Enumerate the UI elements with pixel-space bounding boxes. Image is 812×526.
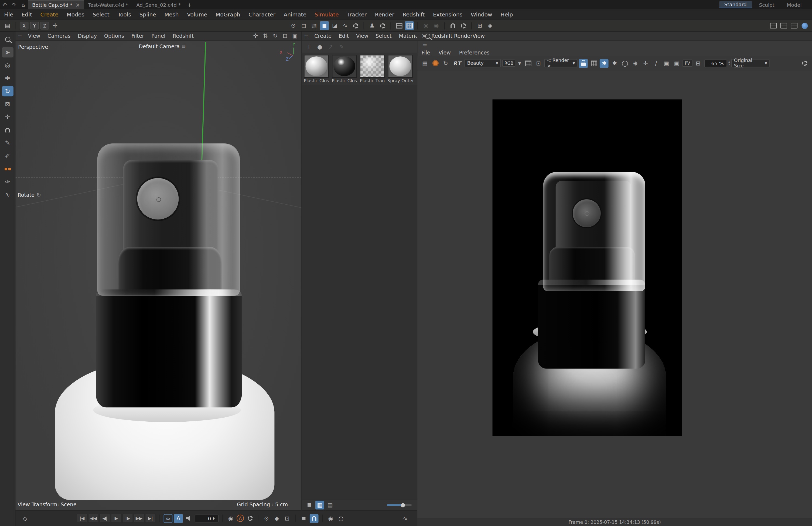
copy-page-icon[interactable]: ⊟ (694, 59, 703, 68)
material-item[interactable]: Plastic Glos (331, 55, 358, 84)
frame-view-icon[interactable]: ⊡ (280, 32, 289, 41)
menu-mesh[interactable]: Mesh (160, 11, 183, 17)
prev-frame-button[interactable]: ◀| (100, 514, 110, 523)
rv-menu-view[interactable]: View (434, 49, 455, 55)
rotate-tool[interactable]: ↻ (2, 86, 13, 96)
material-item[interactable]: Spray Outer (387, 55, 414, 84)
doc-tab-test-water[interactable]: Test-Water.c4d * (84, 0, 132, 10)
menu-create[interactable]: Create (36, 11, 62, 17)
record-button[interactable]: ◉ (226, 514, 235, 523)
region-circle-icon[interactable]: ◯ (621, 59, 629, 68)
menu-tracker[interactable]: Tracker (343, 11, 371, 17)
render-camera-dropdown[interactable]: < Render >▾ (545, 59, 578, 67)
vp-menu-options[interactable]: Options (101, 33, 128, 39)
menu-help[interactable]: Help (496, 11, 517, 17)
redshift-logo-icon[interactable] (800, 21, 809, 30)
list-view-icon[interactable]: ≣ (305, 501, 314, 510)
rt-mode-label[interactable]: RT (452, 60, 463, 66)
loop-playback-toggle[interactable]: ∞ (164, 514, 173, 523)
hamburger-icon[interactable]: ≡ (421, 40, 430, 49)
renderview-settings-icon[interactable] (800, 59, 809, 68)
menu-select[interactable]: Select (88, 11, 114, 17)
sample-picker-icon[interactable]: ✛ (641, 59, 650, 68)
renderview-canvas[interactable] (417, 70, 812, 517)
layout-pane-icon[interactable] (779, 21, 788, 30)
snapshot-image-icon[interactable]: ▣ (662, 59, 671, 68)
snap-tool[interactable] (2, 125, 13, 135)
render-to-pv-icon[interactable]: ▤ (421, 59, 430, 68)
next-key-button[interactable]: ▶▶ (133, 514, 144, 523)
next-frame-button[interactable]: |▶ (122, 514, 133, 523)
add-null-icon[interactable]: ⊙ (289, 21, 298, 30)
vp-menu-view[interactable]: View (24, 33, 44, 39)
menu-tools[interactable]: Tools (114, 11, 135, 17)
start-ipr-button[interactable] (431, 59, 440, 68)
rendered-image[interactable] (493, 100, 682, 436)
key-position-toggle[interactable]: ⊙ (262, 514, 271, 523)
thumbnail-size-slider[interactable] (387, 504, 412, 506)
zoom-spinner[interactable]: ▴▾ (728, 61, 730, 66)
denoise-icon[interactable]: ✱ (610, 59, 619, 68)
rv-menu-file[interactable]: File (417, 49, 434, 55)
add-primitive-icon[interactable]: ▧ (310, 21, 319, 30)
mat-menu-edit[interactable]: Edit (335, 33, 352, 39)
refresh-render-button[interactable]: ↻ (441, 59, 450, 68)
viewport-canvas[interactable]: Perspective Default Camera▤ Y X Z Rotate… (16, 41, 302, 510)
rotate-view-icon[interactable]: ↻ (271, 32, 280, 41)
vp-menu-redshift[interactable]: Redshift (169, 33, 198, 39)
hamburger-icon[interactable]: ≡ (302, 32, 311, 41)
compare-slash-icon[interactable]: ∕ (652, 59, 661, 68)
channel-dropdown-icon[interactable]: ▾ (517, 59, 522, 68)
spline-pen-tool[interactable]: ∿ (2, 190, 13, 200)
rv-menu-preferences[interactable]: Preferences (455, 49, 494, 55)
pass-dropdown[interactable]: Beauty▾ (465, 59, 501, 67)
lock-render-toggle[interactable] (579, 59, 588, 68)
add-spline-icon[interactable]: ◻ (300, 21, 308, 30)
add-generator-icon[interactable]: ◼ (320, 21, 329, 30)
axis-y-toggle[interactable]: Y (30, 22, 39, 30)
mat-menu-view[interactable]: View (352, 33, 372, 39)
rig-settings-icon[interactable] (378, 21, 387, 30)
doc-tab-bottle-cap[interactable]: Bottle Cap.c4d * × (28, 0, 84, 10)
bottle-cap-3d[interactable] (96, 289, 242, 407)
material-sphere-icon[interactable]: ● (315, 42, 324, 51)
layout-standard[interactable]: Standard (719, 1, 752, 9)
forward-icon[interactable]: ↷ (10, 0, 19, 10)
live-select-tool[interactable]: ◎ (2, 60, 13, 70)
close-icon[interactable]: × (75, 2, 80, 8)
scale-tool[interactable]: ⊠ (2, 99, 13, 109)
select-tool[interactable]: ➤ (2, 47, 13, 57)
fields-icon[interactable]: ∿ (341, 21, 350, 30)
hamburger-icon[interactable]: ≡ (16, 32, 25, 41)
add-deformer-icon[interactable]: ◪ (331, 21, 339, 30)
menu-extensions[interactable]: Extensions (429, 11, 467, 17)
sound-toggle[interactable] (184, 514, 193, 523)
vp-menu-cameras[interactable]: Cameras (44, 33, 74, 39)
cell-view-icon[interactable]: ▤ (325, 501, 334, 510)
axis-z-toggle[interactable]: Z (41, 22, 49, 30)
menu-modes[interactable]: Modes (62, 11, 88, 17)
vp-menu-display[interactable]: Display (74, 33, 101, 39)
key-parameters-toggle[interactable]: ≡ (300, 514, 308, 523)
save-icon[interactable]: ▤ (3, 21, 12, 30)
guide-tool[interactable] (2, 164, 13, 174)
keying-settings-icon[interactable] (246, 514, 255, 523)
pan-view-icon[interactable]: ✛ (251, 32, 260, 41)
knife-tool[interactable]: ✐ (2, 151, 13, 161)
display-size-dropdown[interactable]: Original Size▾ (731, 59, 770, 67)
simulation-settings-icon[interactable] (351, 21, 360, 30)
snap-settings-icon[interactable] (459, 21, 468, 30)
current-frame-field[interactable]: 0 F (195, 514, 218, 522)
bucket-grid-icon[interactable] (590, 59, 598, 68)
vp-menu-panel[interactable]: Panel (148, 33, 169, 39)
layout-pane-icon[interactable] (769, 21, 778, 30)
menu-redshift[interactable]: Redshift (398, 11, 429, 17)
home-icon[interactable]: ⌂ (19, 0, 28, 10)
layout-model[interactable]: Model (782, 1, 807, 8)
key-scale-toggle[interactable]: ⊡ (283, 514, 292, 523)
menu-volume[interactable]: Volume (183, 11, 212, 17)
dolly-view-icon[interactable]: ⇅ (261, 32, 270, 41)
autokey-toggle[interactable]: A (174, 514, 183, 523)
move-tool[interactable]: ✚ (2, 73, 13, 83)
grid-view-icon[interactable]: ▦ (315, 501, 324, 510)
